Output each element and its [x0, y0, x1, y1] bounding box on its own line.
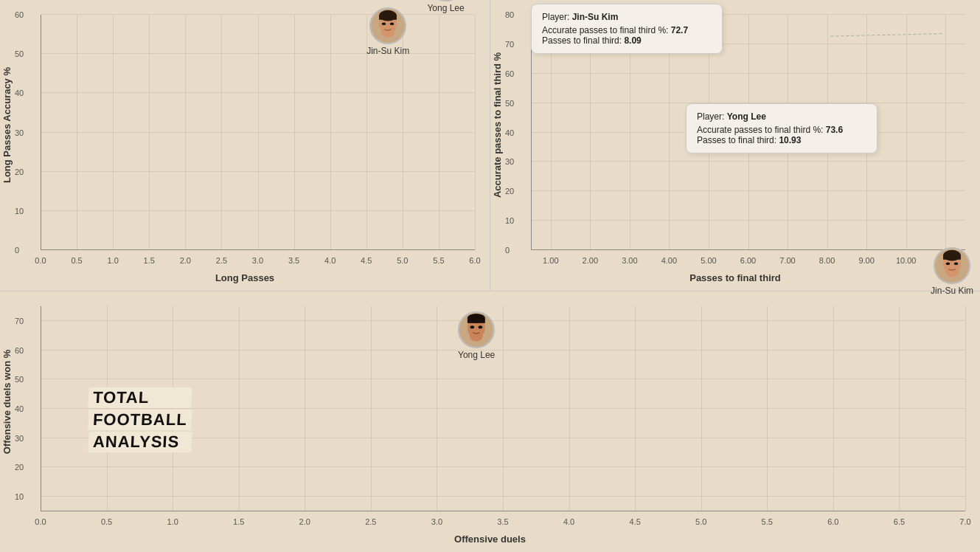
player-label-yong-b: Yong Lee — [458, 350, 495, 360]
tooltip-passes-jinsu: Passes to final third: 8.09 — [542, 35, 712, 46]
x-axis-label-bottom: Offensive duels — [0, 534, 980, 545]
top-right-chart: Accurate passes to final third % Passes … — [490, 0, 980, 291]
tick-x-30: 3.0 — [252, 256, 263, 265]
tick-y-60: 60 — [15, 10, 24, 19]
tick-x-b-0: 0.0 — [35, 517, 46, 526]
tick-y-30: 30 — [15, 128, 24, 137]
tick-y-20: 20 — [15, 168, 24, 176]
tick-y-tr-40: 40 — [505, 128, 514, 137]
tick-x-40: 4.0 — [324, 256, 336, 265]
tick-y-b-40: 40 — [15, 404, 24, 413]
tick-x-b-15: 1.5 — [233, 517, 244, 526]
tick-y-tr-20: 20 — [505, 187, 514, 196]
player-label-yong-tl: Yong Lee — [427, 3, 464, 13]
svg-point-34 — [470, 325, 475, 328]
tick-x-05: 0.5 — [71, 256, 82, 265]
tick-x-55: 5.5 — [433, 256, 444, 265]
top-left-chart: Long Passes Accuracy % Long Passes 0 10 … — [0, 0, 490, 291]
svg-rect-4 — [379, 15, 397, 20]
y-axis-label-top-left: Long Passes Accuracy % — [0, 0, 15, 250]
bottom-row: Offensive duels won % Offensive duels 10… — [0, 291, 980, 552]
tooltip-acc-yong: Accurate passes to final third %: 73.6 — [697, 125, 866, 135]
player-label-jinsu-b: Jin-Su Kim — [931, 286, 973, 296]
tick-x-b-45: 4.5 — [630, 517, 641, 526]
tick-y-b-20: 20 — [15, 463, 24, 472]
tick-x-b-30: 3.0 — [431, 517, 442, 526]
data-point-jinsu-tl: Jin-Su Kim — [366, 7, 409, 56]
tick-x-b-50: 5.0 — [695, 517, 706, 526]
tick-x-b-25: 2.5 — [365, 517, 376, 526]
tick-x-tr-10: 10.00 — [896, 256, 917, 265]
top-row: Long Passes Accuracy % Long Passes 0 10 … — [0, 0, 980, 291]
y-axis-label-bottom: Offensive duels won % — [0, 291, 15, 511]
tick-x-b-05: 0.5 — [101, 517, 112, 526]
tick-x-b-55: 5.5 — [762, 517, 773, 526]
bottom-chart: Offensive duels won % Offensive duels 10… — [0, 291, 980, 552]
watermark: TOTAL FOOTBALL ANALYSIS — [88, 387, 192, 452]
x-axis-label-top-left: Long Passes — [0, 272, 490, 283]
grid-area-top-left: 0 10 20 30 40 50 60 0.0 0.5 1.0 — [41, 15, 475, 250]
tick-x-tr-1: 1.00 — [543, 256, 558, 265]
tick-y-tr-10: 10 — [505, 216, 514, 225]
tick-x-b-65: 6.5 — [894, 517, 905, 526]
tick-x-10: 1.0 — [108, 256, 119, 265]
grid-area-top-right: 0 10 20 30 40 50 60 70 80 1. — [531, 15, 965, 250]
tooltip-acc-jinsu: Accurate passes to final third %: 72.7 — [542, 25, 712, 35]
svg-point-2 — [381, 27, 395, 38]
tick-x-tr-8: 8.00 — [819, 256, 835, 265]
svg-point-5 — [382, 23, 386, 26]
grid-area-bottom: 10 20 30 40 50 60 70 0.0 0.5 1.0 — [41, 306, 965, 511]
tick-x-b-70: 7.0 — [959, 517, 970, 526]
data-point-jinsu-b: Jin-Su Kim — [931, 247, 973, 296]
tick-x-60: 6.0 — [469, 256, 480, 265]
svg-rect-33 — [468, 318, 485, 322]
svg-point-38 — [945, 266, 959, 277]
tooltip-yong-tr: Player: Yong Lee Accurate passes to fina… — [686, 103, 878, 153]
tick-y-b-60: 60 — [15, 346, 24, 355]
watermark-line-1: TOTAL — [88, 387, 192, 408]
watermark-line-2: FOOTBALL — [88, 410, 192, 430]
tick-x-0: 0.0 — [35, 256, 46, 265]
tick-x-15: 1.5 — [144, 256, 155, 265]
tick-x-tr-5: 5.00 — [701, 256, 716, 265]
tick-x-tr-7: 7.00 — [779, 256, 795, 265]
avatar-jinsu-tl — [369, 7, 406, 44]
tick-x-35: 3.5 — [288, 256, 299, 265]
tick-x-b-35: 3.5 — [497, 517, 508, 526]
avatar-jinsu-b — [934, 247, 970, 284]
tick-x-tr-2: 2.00 — [583, 256, 598, 265]
tooltip-player-jinsu: Player: Jin-Su Kim — [542, 12, 712, 22]
player-label-jinsu-tl: Jin-Su Kim — [366, 46, 409, 56]
tick-x-tr-4: 4.00 — [661, 256, 677, 265]
tick-x-b-20: 2.0 — [299, 517, 310, 526]
tick-y-tr-50: 50 — [505, 99, 514, 108]
tick-x-tr-3: 3.00 — [622, 256, 637, 265]
svg-point-31 — [470, 331, 483, 342]
tick-y-tr-0: 0 — [505, 246, 510, 255]
tick-y-tr-30: 30 — [505, 157, 514, 166]
avatar-yong-b — [458, 311, 495, 348]
tooltip-player-yong: Player: Yong Lee — [697, 111, 866, 122]
tick-y-b-50: 50 — [15, 375, 24, 384]
svg-rect-40 — [943, 255, 961, 260]
tick-x-50: 5.0 — [397, 256, 408, 265]
watermark-line-3: ANALYSIS — [88, 432, 192, 452]
tick-x-20: 2.0 — [180, 256, 191, 265]
svg-point-42 — [954, 262, 959, 265]
tick-y-40: 40 — [15, 89, 24, 97]
data-point-yong-b: Yong Lee — [458, 311, 495, 360]
tooltip-jinsu-tr: Player: Jin-Su Kim Accurate passes to fi… — [531, 4, 723, 54]
tick-x-b-40: 4.0 — [563, 517, 574, 526]
tick-y-tr-80: 80 — [505, 10, 514, 19]
tick-y-b-10: 10 — [15, 492, 24, 501]
svg-point-6 — [390, 23, 395, 26]
tick-y-b-30: 30 — [15, 434, 24, 443]
x-axis-label-top-right: Passes to final third — [490, 272, 980, 283]
svg-point-35 — [479, 325, 483, 328]
avatar-yong-tl — [428, 0, 465, 1]
tick-x-45: 4.5 — [361, 256, 372, 265]
data-point-yong-tl: Yong Lee — [427, 0, 464, 13]
y-axis-label-top-right: Accurate passes to final third % — [490, 0, 505, 250]
tick-x-tr-9: 9.00 — [858, 256, 874, 265]
tick-y-tr-60: 60 — [505, 69, 514, 78]
